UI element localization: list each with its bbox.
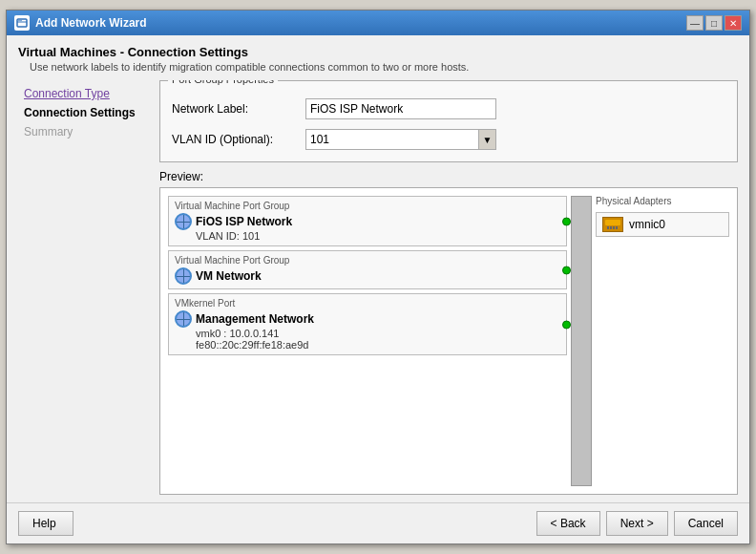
sidebar-item-connection-settings: Connection Settings xyxy=(18,103,152,122)
pg-type-label-vm: Virtual Machine Port Group xyxy=(175,255,560,266)
preview-box: Virtual Machine Port Group FiOS ISP Netw… xyxy=(159,187,738,495)
globe-icon-vm xyxy=(175,267,192,285)
title-buttons: — □ ✕ xyxy=(686,15,742,31)
vlan-id-select[interactable]: 101 ▼ xyxy=(305,129,496,150)
physical-adapters-column: Physical Adapters xyxy=(596,196,729,486)
svg-rect-6 xyxy=(607,226,609,229)
sidebar-item-summary: Summary xyxy=(18,122,152,141)
pg-type-label-fios: Virtual Machine Port Group xyxy=(175,201,560,211)
preview-section: Preview: Virtual Machine Port Group xyxy=(159,170,738,495)
header-section: Virtual Machines - Connection Settings U… xyxy=(18,45,738,73)
preview-label: Preview: xyxy=(159,170,738,183)
port-group-mgmt: VMkernel Port Management Network vmk0 : … xyxy=(168,293,567,355)
adapter-name-vmnic0: vmnic0 xyxy=(629,218,665,231)
title-text: Add Network Wizard xyxy=(35,16,147,30)
footer-right: < Back Next > Cancel xyxy=(536,511,738,536)
main-body: Connection Type Connection Settings Summ… xyxy=(18,80,738,495)
pg-vlanid-fios: VLAN ID: 101 xyxy=(196,230,560,242)
right-panel: Port Group Properties Network Label: VLA… xyxy=(159,80,738,495)
cancel-button[interactable]: Cancel xyxy=(674,511,738,536)
pg-name-row-fios: FiOS ISP Network xyxy=(175,213,560,230)
main-window: Add Network Wizard — □ ✕ Virtual Machine… xyxy=(6,10,750,544)
page-title: Virtual Machines - Connection Settings xyxy=(18,45,738,59)
page-subtitle: Use network labels to identify migration… xyxy=(30,61,738,73)
network-label-input[interactable] xyxy=(305,98,496,119)
back-button[interactable]: < Back xyxy=(536,511,600,536)
connector-dot-fios xyxy=(562,217,571,225)
footer: Help < Back Next > Cancel xyxy=(7,502,749,543)
vlan-id-value: 101 xyxy=(306,131,478,148)
globe-icon-fios xyxy=(175,213,192,230)
svg-rect-5 xyxy=(605,220,620,225)
vm-port-groups-column: Virtual Machine Port Group FiOS ISP Netw… xyxy=(168,196,567,486)
port-group-vm-network: Virtual Machine Port Group VM Network xyxy=(168,250,567,289)
vlan-id-dropdown-arrow[interactable]: ▼ xyxy=(478,130,495,149)
close-button[interactable]: ✕ xyxy=(724,15,742,31)
nic-icon-vmnic0 xyxy=(602,217,623,232)
vlan-id-row: VLAN ID (Optional): 101 ▼ xyxy=(172,129,725,150)
port-group-properties-box: Port Group Properties Network Label: VLA… xyxy=(159,80,738,162)
svg-rect-8 xyxy=(613,226,615,229)
pg-detail-vmk0: vmk0 : 10.0.0.141 xyxy=(196,328,560,339)
window-icon xyxy=(14,15,30,31)
minimize-button[interactable]: — xyxy=(686,15,704,31)
port-group-fios: Virtual Machine Port Group FiOS ISP Netw… xyxy=(168,196,567,246)
footer-left: Help xyxy=(18,511,74,536)
vlan-id-label: VLAN ID (Optional): xyxy=(172,133,305,146)
pg-detail-ipv6: fe80::20c:29ff:fe18:ae9d xyxy=(196,339,560,351)
network-label-label: Network Label: xyxy=(172,102,305,116)
help-button[interactable]: Help xyxy=(18,511,74,536)
title-bar-left: Add Network Wizard xyxy=(14,15,147,31)
title-bar: Add Network Wizard — □ ✕ xyxy=(7,11,749,35)
connector-dot-vm xyxy=(562,266,571,274)
sidebar-item-connection-type[interactable]: Connection Type xyxy=(18,84,152,103)
svg-point-3 xyxy=(20,20,21,21)
physical-adapters-title: Physical Adapters xyxy=(596,196,729,206)
svg-point-2 xyxy=(18,20,19,21)
maximize-button[interactable]: □ xyxy=(705,15,723,31)
preview-inner: Virtual Machine Port Group FiOS ISP Netw… xyxy=(160,188,737,494)
svg-rect-7 xyxy=(610,226,612,229)
pg-name-vm: VM Network xyxy=(196,269,262,283)
physical-adapter-vmnic0: vmnic0 xyxy=(596,212,729,237)
pg-name-mgmt: Management Network xyxy=(196,312,314,326)
pg-name-row-mgmt: Management Network xyxy=(175,310,560,328)
fieldset-legend: Port Group Properties xyxy=(168,80,278,85)
switch-bar xyxy=(571,196,592,486)
pg-name-row-vm: VM Network xyxy=(175,267,560,285)
pg-name-fios: FiOS ISP Network xyxy=(196,215,292,228)
svg-rect-9 xyxy=(616,226,618,229)
content-area: Virtual Machines - Connection Settings U… xyxy=(7,35,749,502)
network-label-row: Network Label: xyxy=(172,98,725,119)
globe-icon-mgmt xyxy=(175,310,192,328)
pg-type-label-mgmt: VMkernel Port xyxy=(175,298,560,309)
next-button[interactable]: Next > xyxy=(606,511,668,536)
sidebar: Connection Type Connection Settings Summ… xyxy=(18,80,152,495)
connector-dot-mgmt xyxy=(562,320,571,329)
